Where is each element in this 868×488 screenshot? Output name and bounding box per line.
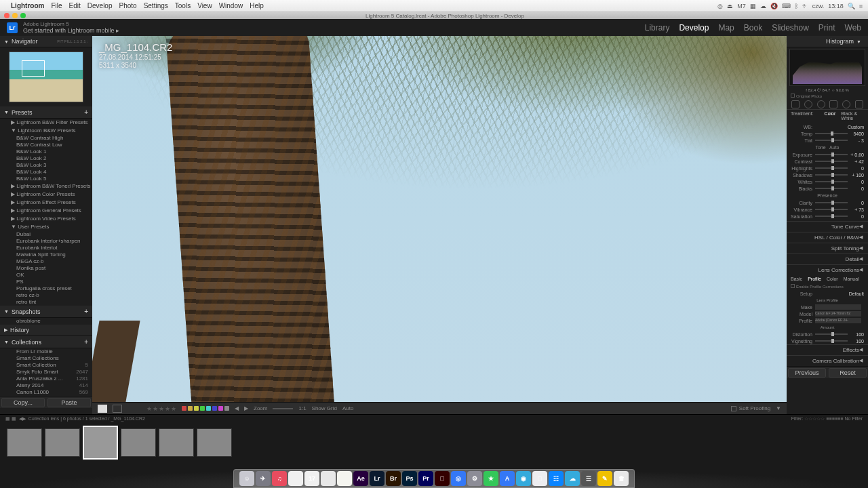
spot-tool-icon[interactable] bbox=[804, 100, 812, 108]
dock-app-icon[interactable]: ◉ bbox=[516, 471, 531, 486]
preset-item[interactable]: retro cz-b bbox=[0, 292, 92, 299]
module-develop[interactable]: Develop bbox=[679, 23, 709, 33]
vignetting-slider[interactable]: Vignetting100 bbox=[787, 338, 868, 344]
dock-app-icon[interactable]: ✎ bbox=[597, 471, 612, 486]
color-swatch[interactable] bbox=[182, 406, 186, 411]
slider-clarity[interactable]: Clarity0 bbox=[791, 199, 864, 206]
status-icon[interactable]: ⌨ bbox=[782, 3, 791, 9]
tint-slider[interactable]: Tint- 3 bbox=[791, 137, 864, 144]
dock-app-icon[interactable]: Ps bbox=[402, 471, 417, 486]
dock-app-icon[interactable]: 🗑 bbox=[614, 471, 629, 486]
dock-app-icon[interactable]: A bbox=[500, 471, 515, 486]
collection-item[interactable]: Smart Collections bbox=[0, 355, 92, 362]
close-window-button[interactable] bbox=[4, 13, 9, 18]
slider-exposure[interactable]: Exposure+ 0,60 bbox=[791, 151, 864, 158]
macos-app-name[interactable]: Lightroom bbox=[11, 2, 44, 9]
navigator-header[interactable]: ▼Navigator FIT FILL 1:1 2:1 : bbox=[0, 36, 92, 47]
nav-prev-icon[interactable]: ◀ bbox=[235, 405, 239, 411]
panel-hsl-color-b-w[interactable]: HSL / Color / B&W◀ bbox=[787, 232, 868, 243]
menu-develop[interactable]: Develop bbox=[87, 2, 113, 9]
collection-item[interactable]: Ateny 2014414 bbox=[0, 382, 92, 389]
module-book[interactable]: Book bbox=[744, 23, 762, 33]
crop-tool-icon[interactable] bbox=[791, 100, 800, 108]
preset-item[interactable]: Malwina Split Toning bbox=[0, 251, 92, 258]
dock-app-icon[interactable]: ★ bbox=[484, 471, 498, 486]
soft-proofing-toggle[interactable]: Soft Proofing bbox=[731, 405, 770, 411]
dock-app-icon[interactable]: 17 bbox=[304, 471, 319, 486]
module-print[interactable]: Print bbox=[818, 23, 835, 33]
status-icon[interactable]: ≡ bbox=[859, 3, 863, 9]
status-icon[interactable]: ▦ bbox=[750, 3, 756, 9]
copy-button[interactable]: Copy... bbox=[1, 398, 45, 407]
slider-blacks[interactable]: Blacks0 bbox=[791, 185, 864, 192]
dock-app-icon[interactable]: Pr bbox=[418, 471, 433, 486]
zoom-slider[interactable] bbox=[273, 408, 293, 409]
preset-item[interactable]: retro tint bbox=[0, 299, 92, 306]
dock-app-icon[interactable] bbox=[321, 471, 336, 486]
auto-tone-button[interactable]: Auto bbox=[829, 145, 839, 150]
slider-highlights[interactable]: Highlights0 bbox=[791, 165, 864, 171]
dock-app-icon[interactable]: Ae bbox=[353, 471, 368, 486]
color-swatch[interactable] bbox=[224, 406, 229, 411]
menu-photo[interactable]: Photo bbox=[119, 2, 137, 9]
menu-view[interactable]: View bbox=[197, 2, 212, 9]
status-icon[interactable]: ᛒ bbox=[795, 3, 798, 9]
distortion-slider[interactable]: Distortion100 bbox=[787, 331, 868, 338]
color-swatch[interactable] bbox=[206, 406, 211, 411]
color-swatch[interactable] bbox=[218, 406, 223, 411]
temp-slider[interactable]: Temp5400 bbox=[791, 130, 864, 137]
history-header[interactable]: ▶History bbox=[0, 325, 92, 336]
image-view[interactable]: _MG_1104.CR2 27.08.2014 12:51:25 5311 x … bbox=[92, 36, 787, 402]
dock-app-icon[interactable] bbox=[288, 471, 303, 486]
dock-app-icon[interactable]: □ bbox=[532, 471, 547, 486]
status-icon[interactable]: 🔍 bbox=[848, 3, 855, 9]
minimize-window-button[interactable] bbox=[12, 13, 18, 18]
preset-group[interactable]: ▶ Lightroom Color Presets bbox=[0, 190, 92, 199]
toolbar-expand-icon[interactable]: ▼ bbox=[776, 405, 781, 411]
dock-app-icon[interactable]: Lr bbox=[370, 471, 384, 486]
filmstrip-thumb[interactable] bbox=[121, 428, 156, 457]
filter-dropdown[interactable]: No Filter bbox=[845, 416, 863, 421]
dock-app-icon[interactable]: ☷ bbox=[549, 471, 564, 486]
collection-item[interactable]: Ania Pruszałka z ...1281 bbox=[0, 375, 92, 382]
enable-profile-checkbox[interactable]: Enable Profile Corrections bbox=[796, 285, 844, 289]
previous-button[interactable]: Previous bbox=[788, 368, 826, 378]
status-icon[interactable]: 13:18 bbox=[828, 3, 844, 9]
dock-app-icon[interactable]: ✈ bbox=[256, 471, 271, 486]
preset-item[interactable]: B&W Look 5 bbox=[0, 176, 92, 182]
rating-stars[interactable]: ★★★★★ bbox=[146, 405, 176, 412]
histogram[interactable] bbox=[789, 49, 865, 86]
preset-item[interactable]: OK bbox=[0, 272, 92, 279]
dock-app-icon[interactable] bbox=[337, 471, 352, 486]
menu-edit[interactable]: Edit bbox=[69, 2, 81, 9]
navigator-thumbnail[interactable] bbox=[9, 52, 83, 102]
filmstrip-thumb[interactable] bbox=[197, 428, 232, 457]
menu-tools[interactable]: Tools bbox=[175, 2, 191, 9]
slider-contrast[interactable]: Contrast+ 42 bbox=[791, 158, 864, 165]
module-slideshow[interactable]: Slideshow bbox=[772, 23, 809, 33]
panel-detail[interactable]: Detail◀ bbox=[787, 253, 868, 264]
preset-group[interactable]: ▶ Lightroom B&W Toned Presets bbox=[0, 182, 92, 190]
panel-split-toning[interactable]: Split Toning◀ bbox=[787, 243, 868, 253]
color-swatch[interactable] bbox=[212, 406, 217, 411]
status-icon[interactable]: czw. bbox=[812, 3, 825, 9]
preset-item[interactable]: Dubai bbox=[0, 231, 92, 238]
color-swatch[interactable] bbox=[200, 406, 205, 411]
dock-app-icon[interactable]: □ bbox=[435, 471, 450, 486]
menu-window[interactable]: Window bbox=[219, 2, 243, 9]
treatment-bw[interactable]: Black & White bbox=[841, 111, 864, 121]
preset-group[interactable]: ▼ User Presets bbox=[0, 223, 92, 231]
preset-item[interactable]: PS bbox=[0, 279, 92, 285]
module-map[interactable]: Map bbox=[718, 23, 734, 33]
collections-header[interactable]: ▼Collections+ bbox=[0, 336, 92, 348]
slider-saturation[interactable]: Saturation0 bbox=[791, 213, 864, 220]
panel-camera-calibration[interactable]: Camera Calibration◀ bbox=[787, 355, 868, 366]
grid-icon[interactable]: ▦ bbox=[5, 416, 10, 422]
panel-effects[interactable]: Effects◀ bbox=[787, 344, 868, 355]
zoom-window-button[interactable] bbox=[20, 13, 26, 18]
reset-button[interactable]: Reset bbox=[829, 368, 867, 378]
preset-item[interactable]: B&W Contrast Low bbox=[0, 142, 92, 148]
status-icon[interactable]: 🔇 bbox=[770, 3, 778, 9]
panel-lens-corrections[interactable]: Lens Corrections◀ bbox=[787, 264, 868, 275]
module-web[interactable]: Web bbox=[845, 23, 861, 33]
